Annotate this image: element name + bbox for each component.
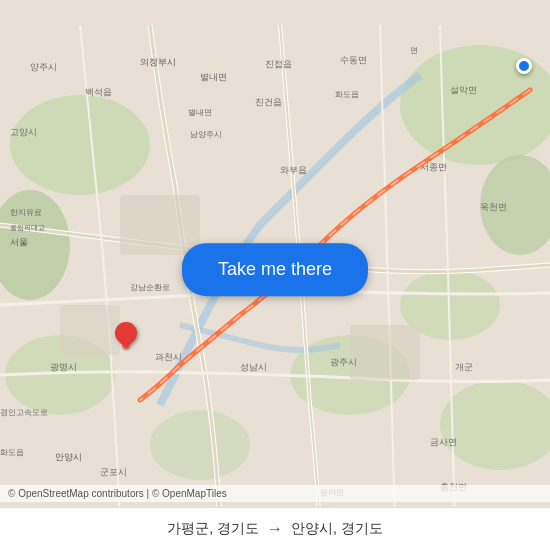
arrow-icon: → bbox=[267, 520, 283, 538]
pin-shadow bbox=[122, 342, 130, 350]
bottom-navigation-bar: 가평군, 경기도 → 안양시, 경기도 bbox=[0, 507, 550, 550]
copyright-text: © OpenStreetMap contributors | © OpenMap… bbox=[8, 488, 227, 499]
button-overlay: Take me there bbox=[182, 243, 368, 296]
origin-marker bbox=[516, 58, 532, 74]
svg-text:강남순환로: 강남순환로 bbox=[130, 283, 170, 292]
svg-rect-12 bbox=[60, 305, 120, 355]
svg-text:수동면: 수동면 bbox=[340, 55, 367, 65]
map-container: 양주시 백석읍 의정부시 별내면 진접읍 수동면 면 고양시 별내면 진건읍 화… bbox=[0, 0, 550, 550]
svg-text:설악면: 설악면 bbox=[450, 85, 477, 95]
svg-text:면: 면 bbox=[410, 46, 418, 55]
svg-text:남양주시: 남양주시 bbox=[190, 130, 222, 139]
destination-marker bbox=[115, 322, 137, 350]
svg-text:옥천면: 옥천면 bbox=[480, 202, 507, 212]
svg-text:올림픽대교: 올림픽대교 bbox=[10, 224, 45, 232]
svg-text:성남시: 성남시 bbox=[240, 362, 267, 372]
copyright-bar: © OpenStreetMap contributors | © OpenMap… bbox=[0, 485, 550, 502]
svg-text:군포시: 군포시 bbox=[100, 467, 127, 477]
from-location: 가평군, 경기도 bbox=[167, 520, 259, 538]
take-me-there-button[interactable]: Take me there bbox=[182, 243, 368, 296]
svg-rect-11 bbox=[350, 325, 420, 380]
svg-text:백석읍: 백석읍 bbox=[85, 87, 112, 97]
svg-text:화도읍: 화도읍 bbox=[335, 90, 359, 99]
svg-text:안양시: 안양시 bbox=[55, 452, 82, 462]
svg-text:의정부시: 의정부시 bbox=[140, 57, 176, 67]
svg-point-1 bbox=[10, 95, 150, 195]
svg-text:양주시: 양주시 bbox=[30, 62, 57, 72]
svg-point-7 bbox=[150, 410, 250, 480]
svg-text:금사면: 금사면 bbox=[430, 437, 457, 447]
svg-text:과천시: 과천시 bbox=[155, 352, 182, 362]
svg-text:서울: 서울 bbox=[10, 237, 28, 247]
svg-text:광주시: 광주시 bbox=[330, 357, 357, 367]
svg-text:진건읍: 진건읍 bbox=[255, 97, 282, 107]
svg-text:개군: 개군 bbox=[455, 362, 473, 372]
svg-text:와부읍: 와부읍 bbox=[280, 165, 307, 175]
svg-text:광명시: 광명시 bbox=[50, 362, 77, 372]
svg-text:고양시: 고양시 bbox=[10, 127, 37, 137]
svg-text:별내면: 별내면 bbox=[188, 108, 212, 117]
svg-text:서종면: 서종면 bbox=[420, 162, 447, 172]
svg-text:진접읍: 진접읍 bbox=[265, 59, 292, 69]
svg-text:경인고속도로: 경인고속도로 bbox=[0, 408, 48, 417]
svg-text:별내면: 별내면 bbox=[200, 72, 227, 82]
to-location: 안양시, 경기도 bbox=[291, 520, 383, 538]
svg-text:화도읍: 화도읍 bbox=[0, 448, 24, 457]
svg-text:한지유료: 한지유료 bbox=[10, 208, 42, 217]
